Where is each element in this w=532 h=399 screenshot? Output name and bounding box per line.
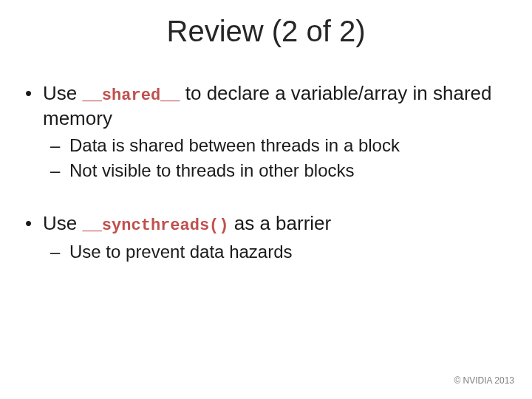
sub-bullet-list: Use to prevent data hazards <box>43 241 510 263</box>
slide: Review (2 of 2) Use __shared__ to declar… <box>0 0 532 399</box>
bullet-list: Use __shared__ to declare a variable/arr… <box>22 81 510 263</box>
sub-bullet-list: Data is shared between threads in a bloc… <box>43 134 510 182</box>
sub-bullet-item: Data is shared between threads in a bloc… <box>69 134 510 157</box>
bullet-text-prefix: Use <box>43 212 82 234</box>
bullet-item-syncthreads: Use __syncthreads() as a barrier Use to … <box>43 211 510 263</box>
bullet-text-prefix: Use <box>43 82 82 104</box>
code-keyword-syncthreads: __syncthreads() <box>82 216 228 235</box>
bullet-item-shared: Use __shared__ to declare a variable/arr… <box>43 81 510 182</box>
slide-content: Use __shared__ to declare a variable/arr… <box>22 81 510 272</box>
spacer <box>43 191 510 211</box>
sub-bullet-item: Not visible to threads in other blocks <box>69 160 510 182</box>
code-keyword-shared: __shared__ <box>82 86 180 105</box>
bullet-text-suffix: as a barrier <box>229 212 332 234</box>
sub-bullet-item: Use to prevent data hazards <box>69 241 510 263</box>
slide-title: Review (2 of 2) <box>0 15 532 48</box>
footer-copyright: © NVIDIA 2013 <box>454 375 514 386</box>
